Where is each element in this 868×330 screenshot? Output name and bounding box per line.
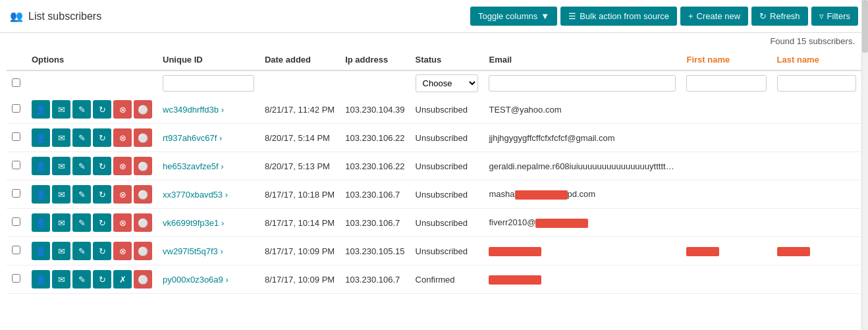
- unique-id-link[interactable]: vw297l5t5q7f3 ›: [163, 246, 223, 256]
- bulk-action-button[interactable]: ☰ Bulk action from source: [560, 7, 677, 26]
- found-subscribers-text: Found 15 subscribers.: [0, 33, 868, 49]
- row-date-added: 8/20/17, 5:14 PM: [259, 124, 340, 152]
- filter-options-cell: [26, 70, 157, 96]
- resend-button[interactable]: ↻: [93, 242, 111, 260]
- col-header-last-name: Last name: [772, 49, 861, 70]
- row-actions-cell: 👤✉✎↻⊗⚪: [26, 180, 157, 209]
- row-checkbox[interactable]: [12, 274, 20, 283]
- edit-button[interactable]: ✎: [72, 242, 91, 260]
- block-button[interactable]: ⚪: [134, 100, 152, 119]
- send-email-button[interactable]: ✉: [52, 157, 70, 175]
- unique-id-link[interactable]: vk6699t9fp3e1 ›: [163, 218, 224, 228]
- row-actions-cell: 👤✉✎↻⊗⚪: [26, 152, 157, 180]
- view-profile-button[interactable]: 👤: [32, 270, 50, 289]
- row-actions-cell: 👤✉✎↻⊗⚪: [26, 96, 157, 124]
- edit-button[interactable]: ✎: [72, 270, 91, 289]
- delete-button[interactable]: ⊗: [113, 100, 132, 119]
- row-ip-address: 103.230.105.15: [340, 237, 410, 265]
- row-checkbox[interactable]: [12, 189, 20, 198]
- row-ip-address: 103.230.106.7: [340, 209, 410, 237]
- row-checkbox[interactable]: [12, 132, 20, 141]
- filter-status-select[interactable]: Choose Confirmed Unsubscribed: [416, 74, 479, 92]
- row-status: Unsubscribed: [410, 124, 484, 152]
- filter-unique-id-input[interactable]: [163, 75, 254, 92]
- toggle-columns-label: Toggle columns: [478, 11, 537, 21]
- row-status: Unsubscribed: [410, 237, 484, 265]
- delete-button[interactable]: ⊗: [113, 242, 132, 260]
- row-last-name: [772, 180, 861, 209]
- delete-button[interactable]: ⊗: [113, 185, 132, 204]
- row-actions-cell: 👤✉✎↻✗⚪: [26, 265, 157, 294]
- filter-status-cell: Choose Confirmed Unsubscribed: [410, 70, 484, 96]
- row-first-name: [681, 209, 771, 237]
- table-row: 👤✉✎↻⊗⚪vk6699t9fp3e1 ›8/17/17, 10:14 PM10…: [7, 209, 861, 237]
- refresh-button[interactable]: ↻ Refresh: [751, 7, 808, 26]
- unique-id-link[interactable]: xx3770xbavd53 ›: [163, 190, 228, 200]
- row-checkbox[interactable]: [12, 104, 20, 113]
- unique-id-link[interactable]: rt937ah6vc67f ›: [163, 133, 222, 143]
- row-email: TEST@yahoo.com: [483, 96, 681, 124]
- row-first-name: [681, 180, 771, 209]
- send-email-button[interactable]: ✉: [52, 100, 70, 119]
- row-date-added: 8/20/17, 5:13 PM: [259, 152, 340, 180]
- send-email-button[interactable]: ✉: [52, 185, 70, 204]
- block-button[interactable]: ⚪: [134, 185, 152, 204]
- row-checkbox[interactable]: [12, 246, 20, 254]
- view-profile-button[interactable]: 👤: [32, 185, 50, 204]
- edit-button[interactable]: ✎: [72, 185, 91, 204]
- row-date-added: 8/17/17, 10:14 PM: [259, 209, 340, 237]
- table-row: 👤✉✎↻⊗⚪wc349dhrffd3b ›8/21/17, 11:42 PM10…: [7, 96, 861, 124]
- edit-button[interactable]: ✎: [72, 128, 91, 147]
- delete-button[interactable]: ⊗: [113, 157, 132, 175]
- edit-button[interactable]: ✎: [72, 100, 91, 119]
- block-button[interactable]: ⚪: [134, 270, 152, 289]
- redacted-email-block: [515, 190, 568, 200]
- row-date-added: 8/17/17, 10:18 PM: [259, 180, 340, 209]
- resend-button[interactable]: ↻: [93, 128, 111, 147]
- select-all-checkbox[interactable]: [12, 78, 20, 87]
- send-email-button[interactable]: ✉: [52, 270, 70, 289]
- block-button[interactable]: ⚪: [134, 213, 152, 232]
- scrollbar[interactable]: [861, 0, 868, 294]
- resend-button[interactable]: ↻: [93, 100, 111, 119]
- view-profile-button[interactable]: 👤: [32, 100, 50, 119]
- view-profile-button[interactable]: 👤: [32, 157, 50, 175]
- scrollbar-thumb[interactable]: [862, 0, 868, 53]
- resend-button[interactable]: ↻: [93, 270, 111, 289]
- send-email-button[interactable]: ✉: [52, 242, 70, 260]
- filter-lastname-input[interactable]: [777, 75, 856, 92]
- create-new-button[interactable]: + Create new: [680, 7, 748, 26]
- block-button[interactable]: ⚪: [134, 157, 152, 175]
- delete-button[interactable]: ⊗: [113, 213, 132, 232]
- view-profile-button[interactable]: 👤: [32, 128, 50, 147]
- row-last-name: [772, 152, 861, 180]
- send-email-button[interactable]: ✉: [52, 128, 70, 147]
- resend-button[interactable]: ↻: [93, 185, 111, 204]
- resend-button[interactable]: ↻: [93, 213, 111, 232]
- row-checkbox[interactable]: [12, 217, 20, 226]
- block-button[interactable]: ⚪: [134, 128, 152, 147]
- edit-button[interactable]: ✎: [72, 213, 91, 232]
- delete-button[interactable]: ⊗: [113, 128, 132, 147]
- unique-id-link[interactable]: he653zavfze5f ›: [163, 161, 224, 171]
- view-profile-button[interactable]: 👤: [32, 242, 50, 260]
- send-email-button[interactable]: ✉: [52, 213, 70, 232]
- row-checkbox[interactable]: [12, 161, 20, 169]
- row-ip-address: 103.230.106.7: [340, 180, 410, 209]
- filter-firstname-input[interactable]: [686, 75, 766, 92]
- filter-email-input[interactable]: [489, 75, 676, 92]
- row-unique-id: xx3770xbavd53 ›: [157, 180, 259, 209]
- edit-button[interactable]: ✎: [72, 157, 91, 175]
- filters-button[interactable]: ▿ Filters: [811, 7, 858, 26]
- view-profile-button[interactable]: 👤: [32, 213, 50, 232]
- unique-id-link[interactable]: py000x0z3o6a9 ›: [163, 275, 229, 285]
- filter-firstname-cell: [681, 70, 771, 96]
- col-header-options: Options: [26, 49, 157, 70]
- resend-button[interactable]: ↻: [93, 157, 111, 175]
- toggle-columns-button[interactable]: Toggle columns ▼: [470, 7, 557, 26]
- unique-id-link[interactable]: wc349dhrffd3b ›: [163, 105, 224, 115]
- redacted-lastname-block: [777, 247, 810, 256]
- block-button[interactable]: ⚪: [134, 242, 152, 260]
- subscribers-table-wrapper: Options Unique ID Date added Ip address …: [0, 49, 868, 294]
- unconfirm-button[interactable]: ✗: [113, 270, 132, 289]
